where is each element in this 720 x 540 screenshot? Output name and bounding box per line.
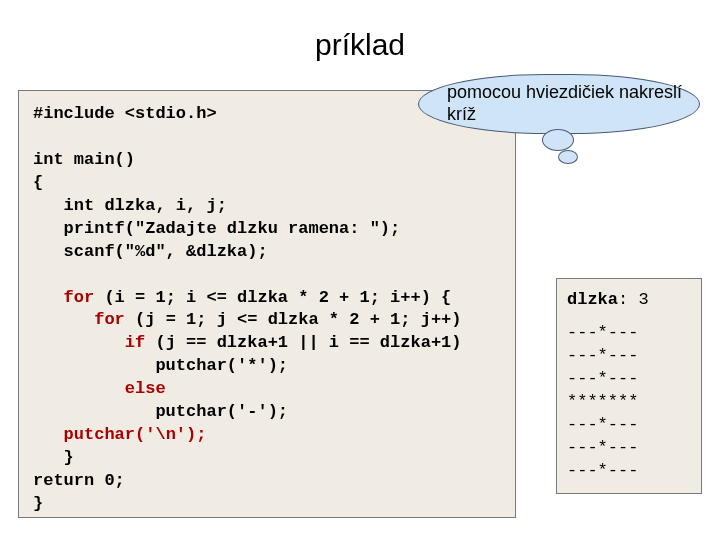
code-line: int main() — [33, 150, 135, 169]
code-line: return 0; — [33, 471, 125, 490]
output-value: 3 — [638, 290, 648, 309]
code-line: putchar('-'); — [33, 402, 288, 421]
output-block: dlzka: 3 ---*--- ---*--- ---*--- *******… — [556, 278, 702, 494]
cloud-puff-icon — [558, 150, 578, 164]
code-line: putchar('\n'); — [33, 425, 206, 444]
output-lines: ---*--- ---*--- ---*--- ******* ---*--- … — [567, 322, 691, 483]
callout-bubble: pomocou hviezdičiek nakreslí kríž — [418, 74, 700, 134]
slide-title: príklad — [0, 28, 720, 62]
code-line: scanf("%d", &dlzka); — [33, 242, 268, 261]
code-line: { — [33, 173, 43, 192]
code-line: #include <stdio.h> — [33, 104, 217, 123]
cloud-puff-icon — [542, 129, 574, 151]
callout-text: pomocou hviezdičiek nakreslí kríž — [447, 82, 699, 125]
code-line: } — [33, 448, 74, 467]
code-line: putchar('*'); — [33, 356, 288, 375]
callout-cloud: pomocou hviezdičiek nakreslí kríž — [418, 74, 700, 164]
output-header: dlzka: 3 — [567, 289, 691, 312]
output-colon: : — [618, 290, 638, 309]
code-line: } — [33, 494, 43, 513]
output-var: dlzka — [567, 290, 618, 309]
code-line: for (i = 1; i <= dlzka * 2 + 1; i++) { — [33, 288, 451, 307]
code-line: else — [33, 379, 166, 398]
code-line: if (j == dlzka+1 || i == dlzka+1) — [33, 333, 462, 352]
code-line: int dlzka, i, j; — [33, 196, 227, 215]
code-line: for (j = 1; j <= dlzka * 2 + 1; j++) — [33, 310, 461, 329]
code-line: printf("Zadajte dlzku ramena: "); — [33, 219, 400, 238]
